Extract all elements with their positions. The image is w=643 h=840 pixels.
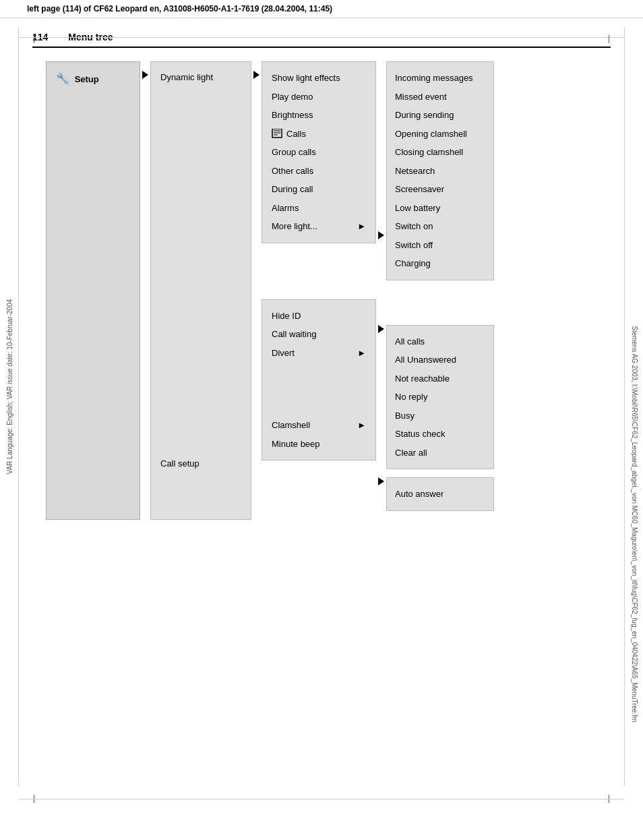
brightness-item: Brightness — [262, 106, 375, 125]
setup-label: Setup — [75, 74, 99, 84]
calls-item: Calls — [262, 125, 375, 144]
screensaver-item: Screensaver — [387, 180, 493, 199]
tick-top-left — [34, 35, 34, 43]
switch-on-item: Switch on — [387, 217, 493, 236]
divert-item: Divert ► — [262, 344, 375, 363]
calls-book-icon — [272, 129, 282, 138]
netsearch-item: Netsearch — [387, 162, 493, 181]
dynamic-light-item: Dynamic light — [151, 69, 251, 86]
dynamic-light-group: Show light effects Play demo Brightness … — [262, 61, 494, 280]
low-battery-item: Low battery — [387, 199, 493, 218]
arrow-l3-l4-divert — [376, 325, 386, 333]
more-light-arrow: ► — [357, 220, 366, 233]
call-setup-group: Hide ID Call waiting Divert ► Clamshell … — [262, 299, 494, 511]
clamshell-arrow: ► — [357, 419, 366, 432]
header-text: left page (114) of CF62 Leopard en, A310… — [27, 4, 332, 13]
level4-divert: All calls All Unanswered Not reachable N… — [386, 325, 494, 470]
arrow-icon-3 — [378, 231, 384, 239]
minute-beep-item: Minute beep — [262, 435, 375, 454]
all-unanswered-item: All Unanswered — [387, 351, 493, 369]
arrow-l3-l4-clamshell — [376, 477, 386, 485]
arrow-icon-5 — [378, 477, 384, 485]
group-calls-item: Group calls — [262, 143, 375, 162]
arrow-icon-4 — [378, 325, 384, 333]
alarms-item: Alarms — [262, 199, 375, 218]
no-reply-item: No reply — [387, 388, 493, 407]
arrow-l2-l3 — [251, 61, 262, 79]
clamshell-spacer — [376, 469, 494, 477]
other-calls-item: Other calls — [262, 162, 375, 181]
clear-all-item: Clear all — [387, 444, 493, 462]
opening-clamshell-item: Opening clamshell — [387, 125, 493, 144]
auto-answer-item: Auto answer — [387, 485, 493, 504]
incoming-messages-item: Incoming messages — [387, 69, 493, 88]
call-waiting-item: Call waiting — [262, 325, 375, 344]
closing-clamshell-item: Closing clamshell — [387, 143, 493, 162]
arrow-l3-l4-morelight — [376, 61, 386, 239]
status-check-item: Status check — [387, 425, 493, 444]
arrow-icon-2 — [253, 71, 259, 79]
call-setup-item: Call setup — [151, 455, 251, 472]
during-sending-item: During sending — [387, 106, 493, 125]
divert-spacer — [262, 362, 375, 416]
all-calls-item: All calls — [387, 332, 493, 351]
busy-item: Busy — [387, 407, 493, 425]
level2-column: Dynamic light Call setup — [150, 61, 251, 520]
level4-call-setup-area: All calls All Unanswered Not reachable N… — [376, 299, 494, 511]
left-margin: VAR Language: English; VAR issue date: 1… — [0, 27, 19, 786]
right-margin-text: Siemens AG 2003, I:\Mobil\R65\CF62_Leopa… — [630, 326, 638, 487]
calls-label: Calls — [286, 127, 306, 141]
clamshell-group: Auto answer — [376, 477, 494, 511]
level3-dynamic-light: Show light effects Play demo Brightness … — [262, 61, 376, 243]
document-header: left page (114) of CF62 Leopard en, A310… — [0, 0, 643, 18]
level4-more-light: Incoming messages Missed event During se… — [386, 61, 494, 280]
clamshell-item: Clamshell ► — [262, 416, 375, 435]
level4-clamshell: Auto answer — [386, 477, 494, 511]
page-header: 114 Menu tree — [32, 25, 611, 48]
level3-call-setup: Hide ID Call waiting Divert ► Clamshell … — [262, 299, 376, 461]
menu-tree: 🔧 Setup Dynamic light Call setup Show l — [46, 61, 611, 520]
divert-group: All calls All Unanswered Not reachable N… — [376, 325, 494, 470]
left-margin-text: VAR Language: English; VAR issue date: 1… — [5, 339, 13, 474]
show-light-effects-item: Show light effects — [262, 69, 375, 88]
right-margin: Siemens AG 2003, I:\Mobil\R65\CF62_Leopa… — [624, 27, 643, 786]
missed-event-item: Missed event — [387, 88, 493, 107]
setup-item: 🔧 Setup — [47, 69, 140, 88]
bottom-margin-line — [19, 799, 624, 800]
arrow-icon — [142, 71, 148, 79]
top-margin-line — [19, 37, 624, 38]
arrow-l1-l2 — [140, 61, 150, 79]
hide-id-item: Hide ID — [262, 307, 375, 326]
during-call-item: During call — [262, 180, 375, 199]
more-light-item: More light... ► — [262, 217, 375, 236]
charging-item: Charging — [387, 254, 493, 273]
divert-arrow: ► — [357, 347, 366, 360]
content-area: 114 Menu tree 🔧 Setup Dynamic light Call… — [19, 18, 624, 527]
level1-setup-column: 🔧 Setup — [46, 61, 140, 520]
switch-off-item: Switch off — [387, 236, 493, 255]
setup-icon: 🔧 — [56, 73, 69, 84]
play-demo-item: Play demo — [262, 88, 375, 107]
level3-4-area: Show light effects Play demo Brightness … — [262, 61, 494, 511]
tick-top-right — [609, 35, 609, 43]
not-reachable-item: Not reachable — [387, 369, 493, 388]
